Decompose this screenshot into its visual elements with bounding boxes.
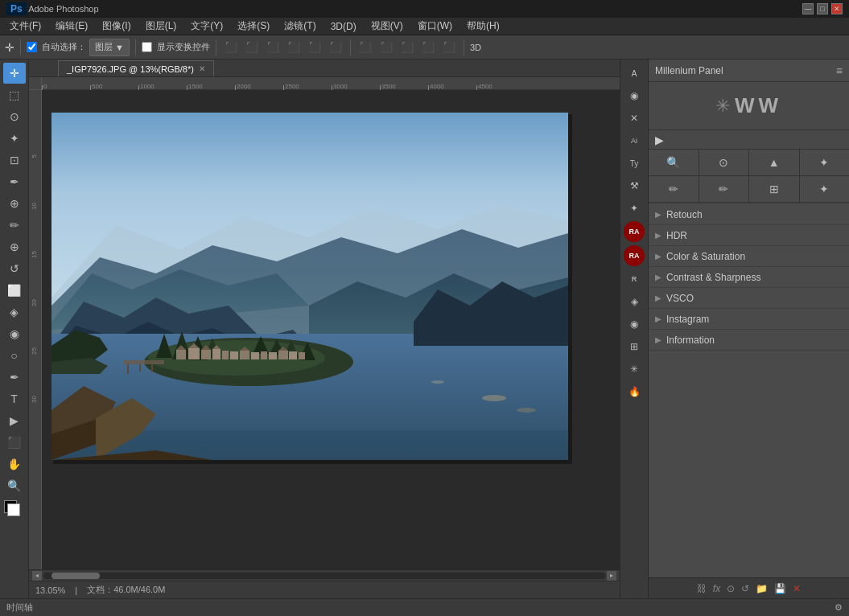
clone-stamp-tool[interactable]: ⊕ (3, 236, 26, 257)
move-tool[interactable]: ✛ (3, 63, 26, 84)
ruler-tick-4000: 4000 (428, 83, 444, 90)
menu-3d[interactable]: 3D(D) (324, 19, 363, 34)
align-middle-icon[interactable]: ⬛ (306, 41, 324, 53)
panel-eye-icon[interactable]: ⊙ (699, 150, 749, 175)
gradient-tool[interactable]: ◈ (3, 302, 26, 322)
zoom-tool[interactable]: 🔍 (3, 475, 26, 496)
scroll-left-button[interactable]: ◂ (32, 571, 42, 581)
footer-fx-icon[interactable]: fx (713, 583, 720, 594)
footer-save-icon[interactable]: 💾 (774, 583, 786, 594)
close-button[interactable]: ✕ (831, 3, 843, 14)
type-tool[interactable]: T (3, 388, 26, 409)
align-right-icon[interactable]: ⬛ (264, 41, 282, 53)
eyedropper-tool[interactable]: ✒ (3, 171, 26, 192)
play-button[interactable]: ▶ (655, 133, 664, 146)
footer-delete-icon[interactable]: ✕ (793, 583, 801, 594)
footer-link-icon[interactable]: ⛓ (697, 583, 707, 594)
align-bottom-icon[interactable]: ⬛ (327, 41, 344, 53)
icon-btn-sphere[interactable]: ◉ (623, 314, 645, 335)
icon-btn-sparkle[interactable]: ✳ (623, 359, 645, 380)
icon-btn-star[interactable]: ✦ (623, 198, 645, 219)
icon-btn-grid[interactable]: ⊞ (623, 336, 645, 357)
panel-grid-icon[interactable]: ⊞ (749, 176, 799, 202)
tab-close-button[interactable]: ✕ (199, 64, 205, 73)
eraser-tool[interactable]: ⬜ (3, 280, 26, 301)
select-tool[interactable]: ⬚ (3, 84, 26, 105)
icon-btn-r-pro[interactable]: R (623, 269, 645, 290)
dist-h-icon[interactable]: ⬛ (356, 41, 374, 53)
dodge-tool[interactable]: ○ (3, 345, 26, 366)
magic-wand-tool[interactable]: ✦ (3, 128, 26, 149)
dist-v-icon[interactable]: ⬛ (377, 41, 395, 53)
panel-up-icon[interactable]: ▲ (749, 150, 799, 175)
path-select-tool[interactable]: ▶ (3, 410, 26, 431)
restore-button[interactable]: □ (817, 3, 828, 14)
menu-window[interactable]: 窗口(W) (411, 18, 459, 35)
healing-brush-tool[interactable]: ⊕ (3, 193, 26, 214)
icon-btn-layers[interactable]: ◉ (623, 85, 645, 106)
blur-tool[interactable]: ◉ (3, 323, 26, 344)
titlebar-controls: — □ ✕ (802, 3, 843, 14)
menu-type[interactable]: 文字(Y) (184, 18, 229, 35)
menu-item-information[interactable]: ▶ Information (649, 330, 849, 351)
menu-item-hdr[interactable]: ▶ HDR (649, 225, 849, 246)
align-left-icon[interactable]: ⬛ (222, 41, 240, 53)
panel-pencil1-icon[interactable]: ✏ (649, 176, 699, 202)
menu-item-retouch[interactable]: ▶ Retouch (649, 204, 849, 225)
panel-sparkle-icon[interactable]: ✦ (800, 176, 850, 202)
auto-select-checkbox[interactable] (27, 42, 37, 52)
scroll-right-button[interactable]: ▸ (607, 571, 616, 581)
panel-menu-icon[interactable]: ≡ (836, 64, 843, 77)
icon-btn-a[interactable]: A (623, 63, 645, 84)
menu-image[interactable]: 图像(I) (96, 18, 137, 35)
footer-folder-icon[interactable]: 📁 (756, 583, 768, 594)
icon-btn-cube[interactable]: ◈ (623, 291, 645, 312)
dist-spacing-icon[interactable]: ⬛ (419, 41, 437, 53)
background-color[interactable] (7, 503, 20, 516)
dist-center-icon[interactable]: ⬛ (398, 41, 416, 53)
bottom-settings-icon[interactable]: ⚙ (835, 602, 843, 613)
shape-tool[interactable]: ⬛ (3, 432, 26, 453)
ra-icon-2[interactable]: RA (624, 245, 645, 266)
menu-item-vsco[interactable]: ▶ VSCO (649, 288, 849, 309)
dist-last-icon[interactable]: ⬛ (440, 41, 458, 53)
icon-btn-tools[interactable]: ⚒ (623, 175, 645, 196)
icon-btn-x[interactable]: ✕ (623, 108, 645, 129)
menu-select[interactable]: 选择(S) (231, 18, 276, 35)
brush-tool[interactable]: ✏ (3, 215, 26, 236)
document-tab[interactable]: _IGP7926.JPG @ 13%(RGB/8*) ✕ (58, 60, 214, 76)
minimize-button[interactable]: — (802, 3, 814, 14)
menu-layer[interactable]: 图层(L) (139, 18, 183, 35)
footer-refresh-icon[interactable]: ↺ (741, 583, 749, 594)
panel-star-icon[interactable]: ✦ (800, 150, 850, 175)
menu-item-contrast-sharpness[interactable]: ▶ Contrast & Sharpness (649, 267, 849, 288)
menu-filter[interactable]: 滤镜(T) (278, 18, 322, 35)
icon-btn-ai[interactable]: Ai (623, 130, 645, 151)
menu-file[interactable]: 文件(F) (3, 18, 47, 35)
horizontal-scrollbar[interactable]: ◂ ▸ (29, 569, 620, 581)
panel-search-icon[interactable]: 🔍 (649, 150, 699, 175)
menu-help[interactable]: 帮助(H) (460, 18, 506, 35)
align-center-v-icon[interactable]: ⬛ (243, 41, 261, 53)
hand-tool[interactable]: ✋ (3, 454, 26, 474)
menu-item-instagram[interactable]: ▶ Instagram (649, 309, 849, 330)
ra-icon-1[interactable]: RA (624, 221, 645, 242)
ruler-tick-4500: 4500 (476, 83, 493, 90)
panel-pencil2-icon[interactable]: ✏ (699, 176, 749, 202)
footer-circle-icon[interactable]: ⊙ (727, 583, 735, 594)
menu-edit[interactable]: 编辑(E) (49, 18, 94, 35)
menu-view[interactable]: 视图(V) (365, 18, 410, 35)
history-brush-tool[interactable]: ↺ (3, 258, 26, 279)
crop-tool[interactable]: ⊡ (3, 150, 26, 170)
scrollbar-track-h[interactable] (43, 573, 605, 579)
layer-dropdown[interactable]: 图层 ▼ (89, 39, 130, 56)
ruler-left: 5 10 15 20 25 30 (29, 90, 42, 569)
icon-btn-type[interactable]: Ty (623, 153, 645, 174)
icon-btn-flame[interactable]: 🔥 (623, 381, 645, 402)
scrollbar-thumb-h[interactable] (52, 573, 100, 579)
pen-tool[interactable]: ✒ (3, 367, 26, 388)
lasso-tool[interactable]: ⊙ (3, 106, 26, 127)
transform-checkbox[interactable] (142, 42, 152, 52)
menu-item-color-saturation[interactable]: ▶ Color & Saturation (649, 246, 849, 267)
align-top-icon[interactable]: ⬛ (285, 41, 303, 53)
